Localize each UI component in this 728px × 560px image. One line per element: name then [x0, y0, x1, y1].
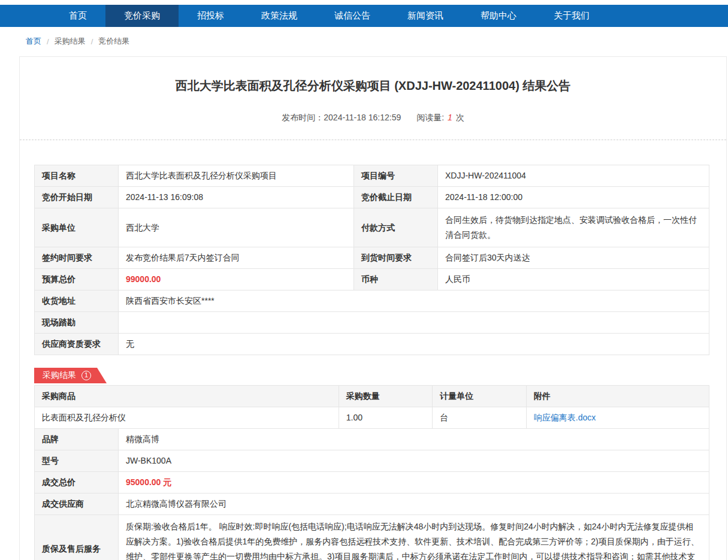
info-label: 币种: [354, 268, 438, 290]
info-label: 竞价开始日期: [35, 187, 119, 208]
purchase-result-badge-label: 采购结果: [43, 370, 76, 381]
table-row: 项目名称 西北大学比表面积及孔径分析仪采购项目 项目编号 XDJJ-HW-202…: [35, 165, 709, 187]
breadcrumb-separator: /: [91, 37, 93, 46]
table-row: 采购单位 西北大学 付款方式 合同生效后，待货物到达指定地点、安装调试验收合格后…: [35, 208, 709, 247]
table-row: 比表面积及孔径分析仪 1.00 台 响应偏离表.docx: [35, 407, 709, 428]
nav-item-about-us[interactable]: 关于我们: [535, 5, 608, 27]
info-label: 收货地址: [35, 290, 119, 311]
views-label: 阅读量:: [416, 113, 444, 122]
nav-item-home[interactable]: 首页: [50, 5, 105, 27]
deal-total-price: 95000.00 元: [119, 471, 709, 493]
winning-supplier-value: 北京精微高博仪器有限公司: [119, 493, 709, 514]
detail-label: 成交总价: [35, 471, 119, 493]
info-value: XDJJ-HW-202411004: [438, 165, 709, 187]
attachment-link[interactable]: 响应偏离表.docx: [534, 413, 596, 422]
info-value: 合同签订后30天内送达: [438, 247, 709, 268]
nav-item-integrity-notice[interactable]: 诚信公告: [316, 5, 389, 27]
purchase-result-badge-count: 1: [81, 371, 91, 380]
model-value: JW-BK100A: [119, 450, 709, 471]
detail-label: 成交供应商: [35, 493, 119, 514]
publish-time-label: 发布时间：: [282, 113, 324, 122]
brand-value: 精微高博: [119, 428, 709, 450]
product-unit: 台: [433, 407, 527, 428]
nav-item-tender[interactable]: 招投标: [179, 5, 243, 27]
info-value: 无: [119, 333, 709, 355]
warranty-service-value: 质保期:验收合格后1年。 响应时效:即时响应(包括电话响应);电话响应无法解决4…: [119, 514, 709, 560]
nav-item-bidding-purchase[interactable]: 竞价采购: [105, 5, 179, 27]
breadcrumb-purchase-results-link[interactable]: 采购结果: [55, 36, 86, 47]
nav-item-news[interactable]: 新闻资讯: [389, 5, 462, 27]
page-title: 西北大学比表面积及孔径分析仪采购项目 (XDJJ-HW-202411004) 结…: [20, 78, 726, 94]
top-white-strip: [0, 0, 728, 5]
breadcrumb: 首页 / 采购结果 / 竞价结果: [0, 27, 728, 53]
nav-item-policy[interactable]: 政策法规: [243, 5, 316, 27]
table-row: 质保及售后服务 质保期:验收合格后1年。 响应时效:即时响应(包括电话响应);电…: [35, 514, 709, 560]
publish-time-value: 2024-11-18 16:12:59: [324, 113, 401, 122]
column-header-attachment: 附件: [526, 385, 709, 407]
info-value: [119, 311, 709, 333]
info-label: 采购单位: [35, 208, 119, 247]
table-row: 型号 JW-BK100A: [35, 450, 709, 471]
info-value: 西北大学比表面积及孔径分析仪采购项目: [119, 165, 354, 187]
product-table: 采购商品 采购数量 计量单位 附件 比表面积及孔径分析仪 1.00 台 响应偏离…: [34, 385, 709, 429]
nav-item-help-center[interactable]: 帮助中心: [462, 5, 535, 27]
info-value: 2024-11-18 12:00:00: [438, 187, 709, 208]
info-label: 供应商资质要求: [35, 333, 119, 355]
column-header-product: 采购商品: [35, 385, 339, 407]
result-badge-row: 采购结果 1: [34, 368, 709, 383]
purchase-result-badge: 采购结果 1: [34, 368, 97, 383]
announcement-card: 西北大学比表面积及孔径分析仪采购项目 (XDJJ-HW-202411004) 结…: [19, 56, 727, 560]
views-count: 1: [446, 113, 454, 122]
info-label: 竞价截止日期: [354, 187, 438, 208]
product-quantity: 1.00: [339, 407, 433, 428]
info-label: 预算总价: [35, 268, 119, 290]
table-row: 竞价开始日期 2024-11-13 16:09:08 竞价截止日期 2024-1…: [35, 187, 709, 208]
info-value: 合同生效后，待货物到达指定地点、安装调试验收合格后，一次性付清合同货款。: [438, 208, 709, 247]
table-row: 成交供应商 北京精微高博仪器有限公司: [35, 493, 709, 514]
main-nav: 首页 竞价采购 招投标 政策法规 诚信公告 新闻资讯 帮助中心 关于我们: [0, 5, 728, 27]
column-header-quantity: 采购数量: [339, 385, 433, 407]
breadcrumb-bidding-results: 竞价结果: [98, 36, 129, 47]
breadcrumb-home-link[interactable]: 首页: [26, 36, 41, 47]
info-value: 人民币: [438, 268, 709, 290]
views-unit: 次: [456, 113, 464, 122]
info-value: 发布竞价结果后7天内签订合同: [119, 247, 354, 268]
deal-detail-table: 品牌 精微高博 型号 JW-BK100A 成交总价 95000.00 元 成交供…: [34, 428, 709, 560]
breadcrumb-separator: /: [47, 37, 49, 46]
table-row: 成交总价 95000.00 元: [35, 471, 709, 493]
info-label: 现场踏勘: [35, 311, 119, 333]
detail-label: 品牌: [35, 428, 119, 450]
info-value: 2024-11-13 16:09:08: [119, 187, 354, 208]
info-value: 西北大学: [119, 208, 354, 247]
column-header-unit: 计量单位: [433, 385, 527, 407]
detail-label: 质保及售后服务: [35, 514, 119, 560]
table-row: 现场踏勘: [35, 311, 709, 333]
table-row: 收货地址 陕西省西安市长安区****: [35, 290, 709, 311]
budget-total-price: 99000.00: [119, 268, 354, 290]
article-meta: 发布时间：2024-11-18 16:12:59阅读量: 1 次: [20, 113, 726, 123]
info-label: 付款方式: [354, 208, 438, 247]
info-value: 陕西省西安市长安区****: [119, 290, 709, 311]
table-row: 品牌 精微高博: [35, 428, 709, 450]
info-label: 项目名称: [35, 165, 119, 187]
product-name: 比表面积及孔径分析仪: [35, 407, 339, 428]
table-row: 签约时间要求 发布竞价结果后7天内签订合同 到货时间要求 合同签订后30天内送达: [35, 247, 709, 268]
info-label: 到货时间要求: [354, 247, 438, 268]
table-row: 预算总价 99000.00 币种 人民币: [35, 268, 709, 290]
table-row: 供应商资质要求 无: [35, 333, 709, 355]
detail-label: 型号: [35, 450, 119, 471]
content-area: 项目名称 西北大学比表面积及孔径分析仪采购项目 项目编号 XDJJ-HW-202…: [20, 140, 726, 560]
info-label: 签约时间要求: [35, 247, 119, 268]
table-header-row: 采购商品 采购数量 计量单位 附件: [35, 385, 709, 407]
info-label: 项目编号: [354, 165, 438, 187]
project-info-table: 项目名称 西北大学比表面积及孔径分析仪采购项目 项目编号 XDJJ-HW-202…: [34, 165, 709, 355]
